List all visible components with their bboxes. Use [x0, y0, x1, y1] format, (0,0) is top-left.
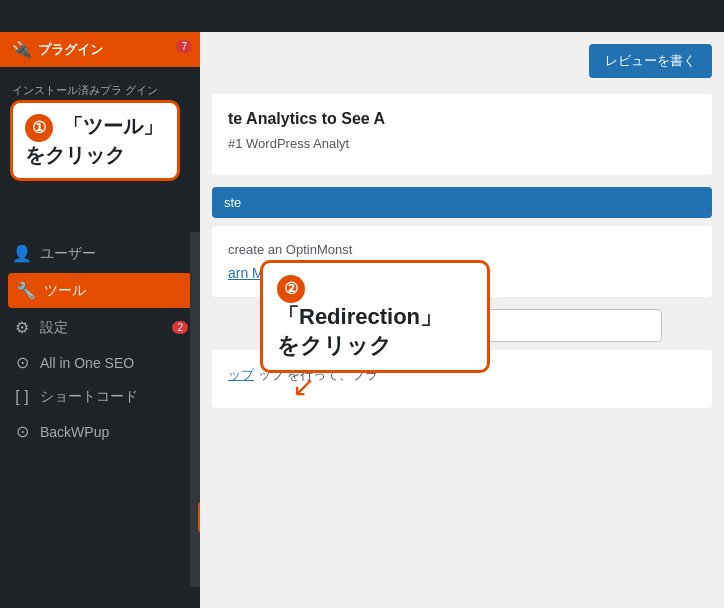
- sidebar-item-allinone[interactable]: ⊙ All in One SEO: [0, 345, 200, 380]
- plugin-badge: 7: [176, 40, 192, 53]
- sidebar-item-user-label: ユーザー: [40, 245, 96, 263]
- submenu-redirection[interactable]: Redirection: [198, 502, 200, 533]
- tools-submenu: 利用可能なツール インポート エクスポート サイトヘルス 1 個人データの消去ー…: [190, 232, 200, 587]
- analytics-subtitle: #1 WordPress Analyt: [228, 136, 696, 151]
- callout-2-text: 「Redirection」をクリック: [277, 304, 442, 358]
- shortcode-icon: [ ]: [12, 388, 32, 406]
- sidebar-item-allinone-label: All in One SEO: [40, 355, 134, 371]
- user-icon: 👤: [12, 244, 32, 263]
- sidebar-item-settings[interactable]: ⚙ 設定 2: [0, 310, 200, 345]
- sidebar-item-shortcode[interactable]: [ ] ショートコード: [0, 380, 200, 414]
- allinone-icon: ⊙: [12, 353, 32, 372]
- tools-icon: 🔧: [16, 281, 36, 300]
- sidebar-item-settings-label: 設定: [40, 319, 68, 337]
- submenu-available[interactable]: 利用可能なツール: [190, 240, 200, 272]
- analytics-card: te Analytics to See A #1 WordPress Analy…: [212, 94, 712, 175]
- submenu-ewww[interactable]: EWWW ImageOptimizer: [190, 535, 200, 579]
- sidebar-item-shortcode-label: ショートコード: [40, 388, 138, 406]
- submenu-personal1[interactable]: 個人データの消去ートー: [190, 368, 200, 418]
- sidebar-item-tools-label: ツール: [44, 282, 86, 300]
- callout-2-number: ②: [277, 275, 305, 303]
- submenu-sitehealth[interactable]: サイトヘルス 1: [190, 336, 200, 368]
- blue-banner: ste: [212, 187, 712, 218]
- callout-tools: ① 「ツール」をクリック: [10, 100, 180, 181]
- plugin-label: プラグイン: [38, 41, 103, 59]
- blue-banner-text: ste: [224, 195, 241, 210]
- callout-redirection: ② 「Redirection」をクリック: [260, 260, 490, 373]
- settings-badge: 2: [172, 321, 188, 334]
- submenu-personal2[interactable]: 個人データのエクス...: [190, 418, 200, 450]
- review-button[interactable]: レビューを書く: [589, 44, 712, 78]
- sidebar-item-backwpup[interactable]: ⊙ BackWPup: [0, 414, 200, 449]
- arrow-icon: ↙: [292, 370, 315, 403]
- backwpup-icon: ⊙: [12, 422, 32, 441]
- sidebar-item-backwpup-label: BackWPup: [40, 424, 109, 440]
- sidebar-plugin-header[interactable]: 🔌 プラグイン 7: [0, 32, 200, 67]
- sidebar-item-tools[interactable]: 🔧 ツール: [8, 273, 192, 308]
- submenu-import[interactable]: インポート: [190, 272, 200, 304]
- admin-bar: [0, 0, 724, 32]
- bottom-link[interactable]: ップ: [228, 367, 254, 382]
- submenu-redirectmgr[interactable]: リダイレクションマネージャ: [190, 450, 200, 500]
- sidebar-item-user[interactable]: 👤 ユーザー: [0, 236, 200, 271]
- sidebar: 🔌 プラグイン 7 インストール済みプラ グイン ① 「ツール」をクリック 👤 …: [0, 32, 200, 608]
- settings-icon: ⚙: [12, 318, 32, 337]
- submenu-export[interactable]: エクスポート: [190, 304, 200, 336]
- analytics-title: te Analytics to See A: [228, 110, 696, 128]
- callout-1-number: ①: [25, 114, 53, 142]
- plugin-icon: 🔌: [12, 40, 32, 59]
- optinmonster-text: create an OptinMonst: [228, 242, 696, 257]
